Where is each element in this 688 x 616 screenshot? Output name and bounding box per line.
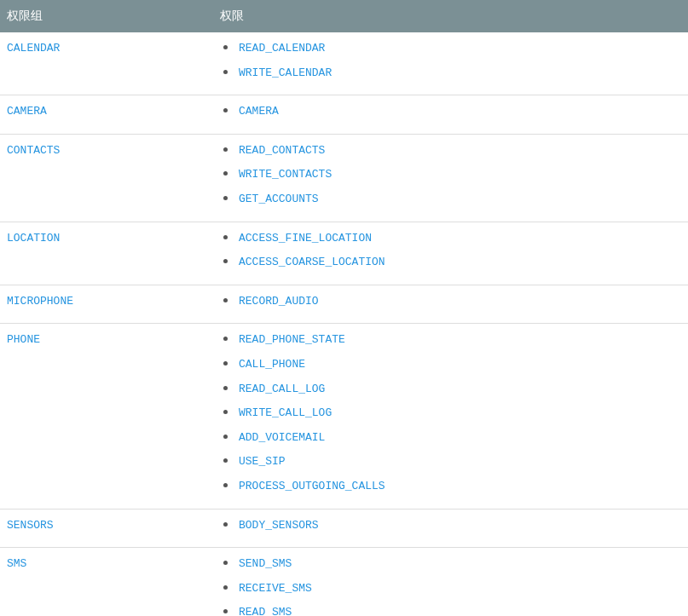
permission-link[interactable]: READ_SMS [239,606,292,616]
permission-list: READ_PHONE_STATECALL_PHONEREAD_CALL_LOGW… [220,332,681,503]
list-item: WRITE_CONTACTS [223,167,681,192]
list-item: RECORD_AUDIO [223,294,681,319]
permission-link[interactable]: WRITE_CONTACTS [239,168,332,181]
cell-permissions: SEND_SMSRECEIVE_SMSREAD_SMSRECEIVE_WAP_P… [213,548,688,616]
table-row: CALENDARREAD_CALENDARWRITE_CALENDAR [0,32,688,95]
permission-link[interactable]: WRITE_CALL_LOG [239,406,332,419]
cell-permissions: READ_PHONE_STATECALL_PHONEREAD_CALL_LOGW… [213,324,688,509]
permission-list: READ_CALENDARWRITE_CALENDAR [220,41,681,89]
permission-list: SEND_SMSRECEIVE_SMSREAD_SMSRECEIVE_WAP_P… [220,556,681,616]
list-item: USE_SIP [223,454,681,479]
permission-list: RECORD_AUDIO [220,294,681,319]
permission-list: ACCESS_FINE_LOCATIONACCESS_COARSE_LOCATI… [220,231,681,279]
permission-link[interactable]: ADD_VOICEMAIL [239,431,325,444]
permission-list: READ_CONTACTSWRITE_CONTACTSGET_ACCOUNTS [220,143,681,216]
permission-link[interactable]: GET_ACCOUNTS [239,193,319,205]
permission-link[interactable]: ACCESS_COARSE_LOCATION [239,256,385,268]
list-item: ACCESS_COARSE_LOCATION [223,255,681,279]
list-item: WRITE_CALENDAR [223,66,681,90]
table-row: MICROPHONERECORD_AUDIO [0,285,688,324]
permission-link[interactable]: BODY_SENSORS [239,519,319,532]
list-item: CAMERA [223,104,681,129]
group-link[interactable]: CALENDAR [7,42,60,55]
group-link[interactable]: CAMERA [7,105,47,118]
cell-permissions: RECORD_AUDIO [213,285,688,324]
list-item: READ_PHONE_STATE [223,332,681,357]
permission-link[interactable]: PROCESS_OUTGOING_CALLS [239,480,385,492]
list-item: GET_ACCOUNTS [223,192,681,216]
table-row: SMSSEND_SMSRECEIVE_SMSREAD_SMSRECEIVE_WA… [0,548,688,616]
list-item: READ_CALENDAR [223,41,681,66]
table-row: LOCATIONACCESS_FINE_LOCATIONACCESS_COARS… [0,222,688,285]
permission-list: CAMERA [220,104,681,129]
group-link[interactable]: PHONE [7,333,40,346]
cell-group: PHONE [0,324,213,509]
permission-link[interactable]: USE_SIP [239,455,286,468]
cell-permissions: READ_CALENDARWRITE_CALENDAR [213,32,688,95]
cell-group: CONTACTS [0,134,213,222]
cell-group: MICROPHONE [0,285,213,324]
cell-permissions: BODY_SENSORS [213,509,688,548]
permission-link[interactable]: READ_CONTACTS [239,144,325,157]
cell-permissions: ACCESS_FINE_LOCATIONACCESS_COARSE_LOCATI… [213,222,688,285]
permission-link[interactable]: ACCESS_FINE_LOCATION [239,232,372,245]
cell-group: SMS [0,548,213,616]
permission-link[interactable]: READ_PHONE_STATE [239,333,345,346]
table-header-row: 权限组 权限 [0,0,688,32]
permission-link[interactable]: RECEIVE_SMS [239,582,312,595]
cell-group: SENSORS [0,509,213,548]
group-link[interactable]: CONTACTS [7,144,60,157]
list-item: ACCESS_FINE_LOCATION [223,231,681,256]
permission-link[interactable]: READ_CALENDAR [239,42,325,55]
list-item: SEND_SMS [223,556,681,581]
permissions-table: 权限组 权限 CALENDARREAD_CALENDARWRITE_CALEND… [0,0,688,616]
list-item: BODY_SENSORS [223,518,681,543]
list-item: CALL_PHONE [223,357,681,382]
list-item: WRITE_CALL_LOG [223,406,681,430]
table-row: PHONEREAD_PHONE_STATECALL_PHONEREAD_CALL… [0,324,688,509]
group-link[interactable]: LOCATION [7,232,60,245]
cell-group: LOCATION [0,222,213,285]
permission-link[interactable]: SEND_SMS [239,557,292,570]
header-permission: 权限 [213,0,688,32]
permission-link[interactable]: RECORD_AUDIO [239,295,319,308]
header-group: 权限组 [0,0,213,32]
cell-group: CAMERA [0,95,213,135]
table-row: SENSORSBODY_SENSORS [0,509,688,548]
permission-link[interactable]: WRITE_CALENDAR [239,66,332,79]
permission-link[interactable]: READ_CALL_LOG [239,383,325,395]
cell-group: CALENDAR [0,32,213,95]
list-item: READ_CALL_LOG [223,382,681,406]
table-row: CAMERACAMERA [0,95,688,135]
permission-list: BODY_SENSORS [220,518,681,543]
cell-permissions: READ_CONTACTSWRITE_CONTACTSGET_ACCOUNTS [213,134,688,222]
cell-permissions: CAMERA [213,95,688,135]
list-item: PROCESS_OUTGOING_CALLS [223,479,681,504]
list-item: RECEIVE_SMS [223,581,681,606]
permission-link[interactable]: CAMERA [239,105,279,118]
group-link[interactable]: SENSORS [7,519,54,532]
list-item: READ_CONTACTS [223,143,681,168]
list-item: READ_SMS [223,605,681,616]
list-item: ADD_VOICEMAIL [223,430,681,455]
permission-link[interactable]: CALL_PHONE [239,358,305,371]
group-link[interactable]: SMS [7,557,26,570]
table-row: CONTACTSREAD_CONTACTSWRITE_CONTACTSGET_A… [0,134,688,222]
group-link[interactable]: MICROPHONE [7,295,73,308]
